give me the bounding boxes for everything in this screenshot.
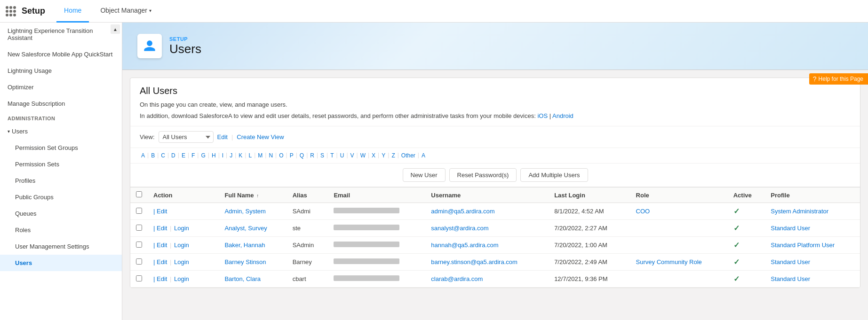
edit-link[interactable]: | Edit [153,225,167,232]
row-role [630,271,728,288]
profile-link[interactable]: Standard User [771,225,810,232]
role-link[interactable]: COO [636,208,650,215]
alpha-b[interactable]: B [150,152,156,159]
username-link[interactable]: sanalyst@ardira.com [431,225,488,232]
edit-link[interactable]: | Edit [153,208,167,215]
alpha-j[interactable]: J [228,152,234,159]
user-name-link[interactable]: Baker, Hannah [224,242,265,249]
user-name-link[interactable]: Barney Stinson [224,258,266,265]
android-link[interactable]: Android [552,112,573,119]
alpha-o[interactable]: O [278,152,285,159]
sidebar-item-users-parent[interactable]: ▾ Users [0,123,122,140]
table-row: | Edit Admin, System SAdmi admin@qa5.ard… [130,203,860,220]
row-action: | Edit | Login [148,271,219,288]
alpha-c[interactable]: C [159,152,167,159]
username-link[interactable]: hannah@qa5.ardira.com [431,242,498,249]
alpha-z[interactable]: Z [390,152,396,159]
alpha-q[interactable]: Q [298,152,305,159]
add-multiple-users-button[interactable]: Add Multiple Users [520,168,588,182]
sidebar-item-roles[interactable]: Roles [0,222,122,238]
sidebar-item-users-child[interactable]: Users [0,255,122,271]
alpha-t[interactable]: T [329,152,335,159]
alpha-w[interactable]: W [359,152,367,159]
alpha-s[interactable]: S [319,152,326,159]
help-link[interactable]: ? Help for this Page [809,73,868,85]
select-all-checkbox[interactable] [136,191,142,197]
sidebar-item-optimizer[interactable]: Optimizer [0,79,122,95]
row-select-checkbox[interactable] [136,208,142,214]
username-link[interactable]: clarab@ardira.com [431,275,483,282]
new-user-button[interactable]: New User [403,168,446,182]
row-alias: Barney [287,254,328,271]
user-name-link[interactable]: Barton, Clara [224,275,261,282]
sidebar-item-manage-subscription[interactable]: Manage Subscription [0,95,122,112]
create-new-view-link[interactable]: Create New View [237,133,284,140]
edit-view-link[interactable]: Edit [217,133,228,140]
alpha-p[interactable]: P [288,152,295,159]
sidebar-item-public-groups[interactable]: Public Groups [0,189,122,205]
alpha-other[interactable]: Other [400,152,417,159]
edit-link[interactable]: | Edit [153,242,167,249]
col-header-last-login: Last Login [549,187,630,203]
alpha-all[interactable]: A [420,152,427,159]
alpha-n[interactable]: N [267,152,274,159]
username-link[interactable]: barney.stinson@qa5.ardira.com [431,258,518,265]
alpha-y[interactable]: Y [380,152,387,159]
user-name-link[interactable]: Analyst, Survey [224,225,267,232]
profile-link[interactable]: Standard User [771,275,810,282]
row-email [328,237,425,254]
sidebar-item-lightning-transition[interactable]: Lightning Experience Transition Assistan… [0,23,122,46]
alpha-m[interactable]: M [256,152,264,159]
app-launcher-icon[interactable] [6,6,16,16]
login-link[interactable]: Login [174,258,189,265]
profile-link[interactable]: Standard User [771,258,810,265]
sidebar-item-quickstart[interactable]: New Salesforce Mobile App QuickStart [0,46,122,62]
row-role [630,237,728,254]
alphabet-navigation: A| B| C| D| E| F| G| H| I| J| K| L| M| N… [130,148,860,164]
sidebar-item-user-management-settings[interactable]: User Management Settings [0,238,122,255]
tab-home[interactable]: Home [56,0,89,23]
alpha-d[interactable]: D [170,152,177,159]
action-buttons: New User Reset Password(s) Add Multiple … [130,164,860,187]
row-select-checkbox[interactable] [136,258,142,265]
alpha-e[interactable]: E [180,152,187,159]
active-checkmark: ✓ [733,275,740,283]
sidebar-item-permission-set-groups[interactable]: Permission Set Groups [0,140,122,156]
row-select-checkbox[interactable] [136,275,142,281]
edit-link[interactable]: | Edit [153,258,167,265]
login-link[interactable]: Login [174,275,189,282]
login-link[interactable]: Login [174,225,189,232]
tab-object-manager[interactable]: Object Manager ▾ [93,0,159,23]
alpha-a[interactable]: A [140,152,146,159]
user-name-link[interactable]: Admin, System [224,208,265,215]
alpha-v[interactable]: V [349,152,356,159]
row-profile: Standard User [765,254,860,271]
alpha-x[interactable]: X [370,152,377,159]
col-header-full-name[interactable]: Full Name ↑ [219,187,287,203]
username-link[interactable]: admin@qa5.ardira.com [431,208,494,215]
role-link[interactable]: Survey Community Role [636,258,702,265]
alpha-g[interactable]: G [199,152,207,159]
row-select-checkbox[interactable] [136,242,142,248]
ios-link[interactable]: iOS [537,112,548,119]
alpha-k[interactable]: K [237,152,244,159]
alpha-l[interactable]: L [247,152,253,159]
sidebar-item-lightning-usage[interactable]: Lightning Usage [0,62,122,79]
sidebar-scroll-up[interactable]: ▲ [111,24,120,34]
row-select-checkbox[interactable] [136,225,142,231]
profile-link[interactable]: System Administrator [771,208,828,215]
alpha-u[interactable]: U [339,152,346,159]
email-blurred [334,275,399,281]
edit-link[interactable]: | Edit [153,275,167,282]
sidebar-item-permission-sets[interactable]: Permission Sets [0,156,122,172]
view-select[interactable]: All Users Active Users Inactive Users [159,131,214,143]
alpha-f[interactable]: F [190,152,196,159]
alpha-i[interactable]: I [221,152,225,159]
profile-link[interactable]: Standard Platform User [771,242,835,249]
alpha-h[interactable]: H [210,152,217,159]
sidebar-item-queues[interactable]: Queues [0,205,122,222]
sidebar-item-profiles[interactable]: Profiles [0,172,122,189]
login-link[interactable]: Login [174,242,189,249]
reset-passwords-button[interactable]: Reset Password(s) [449,168,517,182]
alpha-r[interactable]: R [309,152,316,159]
